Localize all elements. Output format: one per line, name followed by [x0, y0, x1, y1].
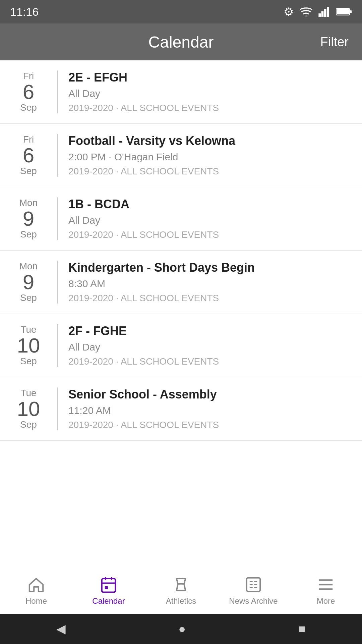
news-archive-icon	[244, 576, 262, 594]
athletics-icon	[172, 576, 190, 594]
wifi-icon	[300, 7, 312, 17]
event-date: Fri 6 Sep	[10, 70, 47, 113]
table-row[interactable]: Tue 10 Sep Senior School - Assembly 11:2…	[0, 377, 362, 441]
svg-rect-1	[321, 11, 324, 17]
back-button[interactable]: ◀	[56, 622, 66, 636]
calendar-icon	[100, 576, 118, 594]
table-row[interactable]: Mon 9 Sep 1B - BCDA All Day 2019-2020 · …	[0, 187, 362, 251]
nav-item-calendar[interactable]: Calendar	[72, 567, 145, 614]
svg-rect-3	[327, 7, 329, 17]
android-nav-bar: ◀ ● ■	[0, 614, 362, 644]
settings-icon: ⚙	[284, 5, 294, 18]
events-list: Fri 6 Sep 2E - EFGH All Day 2019-2020 · …	[0, 60, 362, 567]
event-divider	[57, 261, 58, 304]
event-date: Fri 6 Sep	[10, 134, 47, 177]
nav-label-calendar: Calendar	[92, 596, 125, 606]
svg-rect-0	[318, 13, 321, 17]
nav-label-home: Home	[25, 596, 47, 606]
table-row[interactable]: Tue 10 Sep 2F - FGHE All Day 2019-2020 ·…	[0, 314, 362, 377]
svg-rect-2	[324, 9, 326, 17]
nav-item-more[interactable]: More	[290, 567, 362, 614]
svg-rect-5	[350, 10, 352, 13]
event-info: 1B - BCDA All Day 2019-2020 · ALL SCHOOL…	[68, 197, 219, 240]
home-icon	[27, 576, 45, 594]
svg-rect-11	[105, 586, 108, 589]
nav-label-athletics: Athletics	[166, 596, 196, 606]
event-date: Mon 9 Sep	[10, 261, 47, 304]
event-date: Tue 10 Sep	[10, 324, 47, 367]
event-divider	[57, 324, 58, 367]
event-divider	[57, 197, 58, 240]
event-info: Kindergarten - Short Days Begin 8:30 AM …	[68, 261, 255, 304]
event-info: 2E - EFGH All Day 2019-2020 · ALL SCHOOL…	[68, 70, 219, 113]
event-info: Football - Varsity vs Kelowna 2:00 PM · …	[68, 134, 235, 177]
signal-icon	[318, 7, 330, 17]
table-row[interactable]: Mon 9 Sep Kindergarten - Short Days Begi…	[0, 251, 362, 314]
status-bar: 11:16 ⚙	[0, 0, 362, 23]
battery-icon	[336, 7, 352, 16]
status-time: 11:16	[10, 5, 39, 18]
status-icons: ⚙	[284, 5, 352, 18]
recents-button[interactable]: ■	[298, 622, 306, 636]
home-button[interactable]: ●	[178, 622, 186, 636]
filter-button[interactable]: Filter	[320, 35, 349, 49]
page-title: Calendar	[148, 33, 214, 51]
nav-item-home[interactable]: Home	[0, 567, 72, 614]
event-date: Mon 9 Sep	[10, 197, 47, 240]
nav-label-more: More	[317, 596, 335, 606]
bottom-nav: Home Calendar Athletics	[0, 567, 362, 614]
event-divider	[57, 387, 58, 430]
more-icon	[317, 576, 335, 594]
svg-rect-7	[102, 579, 116, 592]
svg-rect-6	[337, 9, 349, 14]
event-divider	[57, 134, 58, 177]
nav-item-athletics[interactable]: Athletics	[145, 567, 217, 614]
table-row[interactable]: Fri 6 Sep Football - Varsity vs Kelowna …	[0, 124, 362, 187]
table-row[interactable]: Fri 6 Sep 2E - EFGH All Day 2019-2020 · …	[0, 60, 362, 124]
nav-item-news-archive[interactable]: News Archive	[217, 567, 290, 614]
event-info: Senior School - Assembly 11:20 AM 2019-2…	[68, 387, 219, 430]
nav-label-news-archive: News Archive	[229, 596, 278, 606]
event-info: 2F - FGHE All Day 2019-2020 · ALL SCHOOL…	[68, 324, 219, 367]
event-divider	[57, 70, 58, 113]
svg-rect-13	[247, 578, 260, 591]
app-header: Calendar Filter	[0, 23, 362, 60]
event-date: Tue 10 Sep	[10, 387, 47, 430]
